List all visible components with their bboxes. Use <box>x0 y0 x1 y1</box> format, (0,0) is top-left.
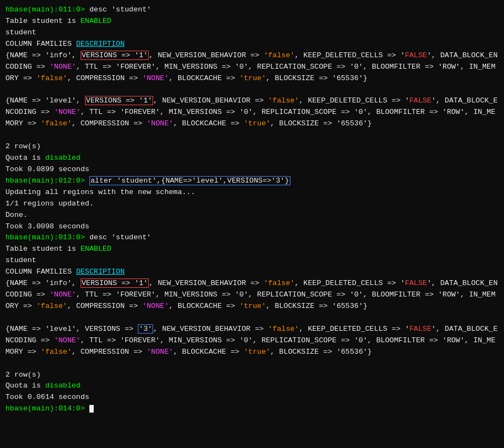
line-6: {NAME => 'level', VERSIONS => '1', NEW_V… <box>5 95 499 130</box>
line-22: Quota is disabled <box>5 380 499 392</box>
line-1: hbase(main):011:0> desc 'student' <box>5 4 499 16</box>
line-15: hbase(main):013:0> desc 'student' <box>5 232 499 244</box>
cursor <box>89 405 94 413</box>
line-12: 1/1 regions updated. <box>5 198 499 210</box>
line-4: COLUMN FAMILIES DESCRIPTION <box>5 39 499 50</box>
line-18: COLUMN FAMILIES DESCRIPTION <box>5 267 499 278</box>
line-blank-3 <box>5 312 499 324</box>
line-21: 2 row(s) <box>5 370 499 381</box>
line-20: {NAME => 'level', VERSIONS => '3', NEW_V… <box>5 324 499 358</box>
line-8: Quota is disabled <box>5 153 499 164</box>
terminal-window: hbase(main):011:0> desc 'student' Table … <box>5 4 499 415</box>
line-7: 2 row(s) <box>5 141 499 153</box>
line-17: student <box>5 255 499 267</box>
line-11: Updating all regions with the new schema… <box>5 187 499 198</box>
line-14: Took 3.0098 seconds <box>5 221 499 233</box>
line-2: Table student is ENABLED <box>5 16 499 27</box>
line-24[interactable]: hbase(main):014:0> <box>5 403 499 415</box>
line-blank-2 <box>5 130 499 141</box>
line-9: Took 0.0899 seconds <box>5 164 499 175</box>
line-10: hbase(main):012:0> alter 'student',{NAME… <box>5 175 499 187</box>
line-13: Done. <box>5 210 499 221</box>
line-blank-4 <box>5 358 499 370</box>
line-16: Table student is ENABLED <box>5 244 499 255</box>
line-19: {NAME => 'info', VERSIONS => '1', NEW_VE… <box>5 278 499 312</box>
line-23: Took 0.0614 seconds <box>5 392 499 403</box>
line-blank-1 <box>5 84 499 95</box>
line-3: student <box>5 27 499 39</box>
line-5: {NAME => 'info', VERSIONS => '1', NEW_VE… <box>5 50 499 84</box>
prompt-1: hbase(main):011:0> <box>5 5 85 14</box>
